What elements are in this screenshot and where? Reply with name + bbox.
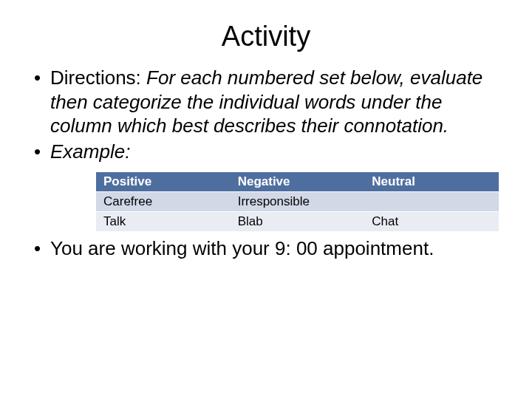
connotation-table: Positive Negative Neutral Carefree Irres… [96, 172, 499, 232]
slide-body: Directions: For each numbered set below,… [0, 66, 532, 261]
slide-title: Activity [0, 0, 532, 66]
table-row: Talk Blab Chat [96, 212, 499, 232]
slide: Activity Directions: For each numbered s… [0, 0, 532, 399]
example-label: Example: [50, 140, 130, 163]
table-header-row: Positive Negative Neutral [96, 172, 499, 192]
col-positive: Positive [96, 172, 231, 192]
bullet-example: Example: [30, 140, 502, 164]
cell-neutral: Chat [364, 212, 499, 232]
bullet-list: Directions: For each numbered set below,… [30, 66, 502, 163]
cell-positive: Talk [96, 212, 231, 232]
directions-label: Directions: [50, 66, 146, 89]
closing-list: You are working with your 9: 00 appointm… [30, 236, 502, 261]
table-row: Carefree Irresponsible [96, 192, 499, 212]
bullet-directions: Directions: For each numbered set below,… [30, 66, 502, 138]
example-table-wrap: Positive Negative Neutral Carefree Irres… [30, 165, 502, 236]
closing-text: You are working with your 9: 00 appointm… [50, 237, 434, 259]
cell-negative: Blab [231, 212, 365, 232]
bullet-closing: You are working with your 9: 00 appointm… [30, 236, 502, 261]
cell-negative: Irresponsible [231, 192, 365, 212]
cell-neutral [364, 192, 499, 212]
col-negative: Negative [231, 172, 365, 192]
col-neutral: Neutral [364, 172, 499, 192]
cell-positive: Carefree [96, 192, 231, 212]
